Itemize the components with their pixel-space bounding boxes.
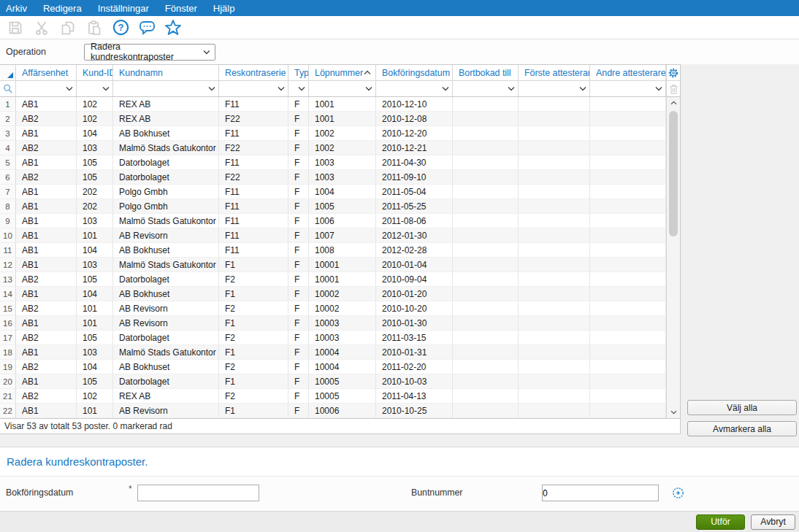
row-number: 14 (0, 287, 16, 301)
column-filter-3[interactable] (113, 81, 219, 96)
column-header-label: Bokföringsdatum (382, 68, 450, 78)
menu-fonster[interactable]: Fönster (165, 3, 197, 14)
column-filter-7[interactable] (376, 81, 453, 96)
cell: AB1 (16, 228, 77, 243)
trash-icon (669, 84, 678, 94)
grid-settings-cell[interactable] (667, 65, 680, 81)
table-row[interactable]: 9AB1103Malmö Stads GatukontorF11F1006201… (0, 214, 666, 228)
cell (590, 112, 666, 126)
table-row[interactable]: 12AB1103Malmö Stads GatukontorF1F1000120… (0, 258, 666, 272)
cell: F1 (219, 258, 288, 272)
cell: 101 (77, 301, 113, 316)
cancel-button[interactable]: Avbryt (751, 514, 795, 530)
column-header-8[interactable]: Bortbokad till (453, 65, 519, 80)
required-asterisk: * (129, 484, 132, 494)
column-header-7[interactable]: Bokföringsdatum (376, 65, 453, 80)
table-row[interactable]: 6AB2105DatorbolagetF22F10032011-09-10 (0, 170, 666, 185)
cell (519, 389, 590, 404)
deselect-all-button[interactable]: Avmarkera alla (687, 421, 797, 436)
column-header-9[interactable]: Förste attesterare (519, 65, 590, 80)
menu-redigera[interactable]: Redigera (43, 3, 82, 14)
menu-hjalp[interactable]: Hjälp (213, 3, 235, 14)
table-row[interactable]: 22AB1101AB RevisornF1F100062010-10-25 (0, 404, 666, 418)
cell: 1002 (309, 141, 376, 155)
menu-installningar[interactable]: Inställningar (98, 3, 149, 14)
table-row[interactable]: 2AB2102REX ABF22F10012010-12-08 (0, 112, 666, 126)
scroll-up-button[interactable] (667, 97, 680, 109)
cell (453, 287, 519, 301)
cell: F (288, 345, 309, 360)
column-filter-6[interactable] (309, 81, 376, 96)
table-row[interactable]: 20AB1105DatorbolagetF1F100052010-10-03 (0, 374, 666, 389)
table-row[interactable]: 21AB2102REX ABF2F100052011-04-13 (0, 389, 666, 404)
table-row[interactable]: 17AB2105DatorbolagetF2F100032011-03-15 (0, 331, 666, 345)
column-header-3[interactable]: Kundnamn (113, 65, 219, 80)
table-row[interactable]: 10AB1101AB RevisornF11F10072012-01-30 (0, 228, 666, 243)
bokforingsdatum-field-wrap (137, 485, 259, 501)
column-filter-10[interactable] (590, 81, 666, 96)
table-row[interactable]: 15AB2101AB RevisornF2F100022010-10-20 (0, 301, 666, 316)
table-row[interactable]: 14AB1104AB BokhusetF1F100022010-01-20 (0, 287, 666, 301)
menu-arkiv[interactable]: Arkiv (6, 3, 27, 14)
feedback-icon[interactable] (136, 18, 158, 38)
table-row[interactable]: 18AB1103Malmö Stads GatukontorF1F1000420… (0, 345, 666, 360)
cell (453, 170, 519, 185)
cell: F (288, 287, 309, 301)
scrollbar-track[interactable] (667, 109, 680, 406)
cell: F (288, 112, 309, 126)
cell: 101 (77, 316, 113, 331)
table-row[interactable]: 7AB1202Polgo GmbhF11F10042011-05-04 (0, 185, 666, 199)
column-filter-5[interactable] (288, 81, 309, 96)
column-header-6[interactable]: Löpnummer (309, 65, 376, 80)
table-row[interactable]: 8AB1202Polgo GmbhF11F10052011-05-25 (0, 199, 666, 214)
cell (519, 331, 590, 345)
cell: AB2 (16, 272, 77, 287)
table-row[interactable]: 11AB1104AB BokhusetF11F10082012-02-28 (0, 243, 666, 258)
operation-select[interactable]: Radera kundreskontraposter (84, 44, 215, 61)
buntnummer-input[interactable] (539, 485, 656, 501)
cell: Datorbolaget (113, 272, 219, 287)
column-header-label: Bortbokad till (459, 68, 511, 78)
column-header-1[interactable]: Affärsenhet (16, 65, 77, 80)
column-filter-2[interactable] (77, 81, 113, 96)
help-icon[interactable]: ? (110, 18, 131, 38)
table-row[interactable]: 5AB1105DatorbolagetF11F10032011-04-30 (0, 155, 666, 170)
column-header-5[interactable]: Typ (288, 65, 309, 80)
cell (590, 374, 666, 389)
grid-header-row: AffärsenhetKund-IDKundnamnReskontraserie… (0, 65, 666, 81)
column-header-2[interactable]: Kund-ID (77, 65, 113, 80)
table-row[interactable]: 19AB2104AB BokhusetF2F100042011-02-20 (0, 360, 666, 374)
row-number: 16 (0, 316, 16, 331)
column-filter-9[interactable] (519, 81, 590, 96)
search-cell[interactable] (0, 81, 16, 96)
scroll-down-button[interactable] (667, 406, 680, 418)
cell: 2010-01-04 (376, 258, 453, 272)
table-row[interactable]: 16AB1101AB RevisornF1F100032010-01-30 (0, 316, 666, 331)
table-row[interactable]: 3AB1104AB BokhusetF11F10022010-12-20 (0, 126, 666, 141)
cell (590, 228, 666, 243)
table-row[interactable]: 4AB2103Malmö Stads GatukontorF22F1002201… (0, 141, 666, 155)
column-filter-4[interactable] (219, 81, 288, 96)
cell (519, 374, 590, 389)
scrollbar-thumb[interactable] (669, 111, 678, 236)
column-header-4[interactable]: Reskontraserie (219, 65, 288, 80)
sort-ascending-icon (364, 70, 371, 75)
bokforingsdatum-input[interactable] (139, 485, 256, 501)
row-number: 19 (0, 360, 16, 374)
chevron-up-icon (670, 101, 677, 105)
column-filter-1[interactable] (16, 81, 77, 96)
table-row[interactable]: 13AB2105DatorbolagetF2F100012010-09-04 (0, 272, 666, 287)
execute-button[interactable]: Utför (696, 514, 745, 530)
cell: F (288, 185, 309, 199)
cell: REX AB (113, 112, 219, 126)
table-row[interactable]: 1AB1102REX ABF11F10012010-12-10 (0, 97, 666, 112)
select-all-button[interactable]: Välj alla (687, 400, 797, 415)
cell: F (288, 155, 309, 170)
chevron-down-icon (208, 86, 215, 91)
column-filter-8[interactable] (453, 81, 519, 96)
plus-circle-icon[interactable] (672, 487, 684, 499)
select-all-corner-cell[interactable] (0, 65, 16, 80)
favorite-star-icon[interactable] (162, 18, 184, 38)
cell: F (288, 258, 309, 272)
column-header-10[interactable]: Andre attesterare (590, 65, 666, 80)
